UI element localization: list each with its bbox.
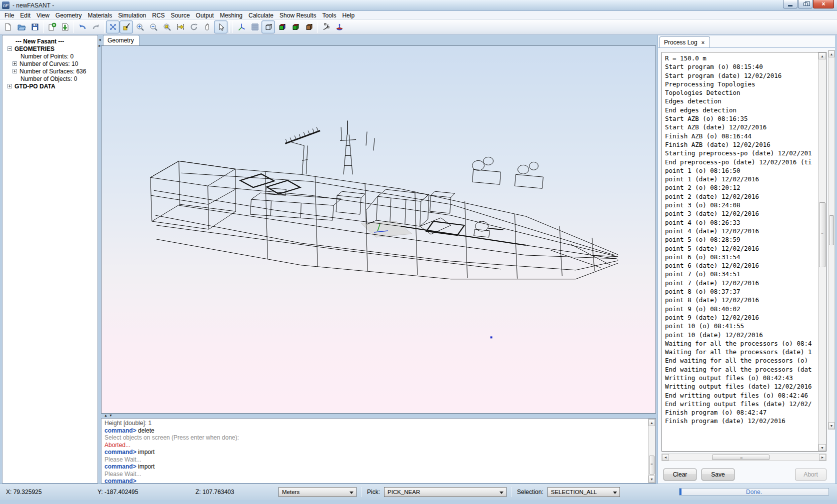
- scroll-down-icon[interactable]: ▼: [648, 476, 655, 483]
- move-axis-button[interactable]: [174, 20, 187, 33]
- textured-view-button[interactable]: [302, 20, 316, 33]
- menu-item-output[interactable]: Output: [193, 11, 217, 19]
- splitter-left-icon[interactable]: ◄: [98, 38, 102, 41]
- collapse-icon[interactable]: [8, 46, 12, 51]
- add-geometry-button[interactable]: [45, 20, 58, 33]
- scroll-up-icon[interactable]: ▲: [828, 50, 834, 57]
- scroll-right-icon[interactable]: ►: [819, 454, 826, 461]
- restore-button[interactable]: [798, 0, 812, 8]
- wireframe-view-button[interactable]: [262, 20, 275, 33]
- menu-item-rcs[interactable]: RCS: [149, 11, 168, 19]
- expand-icon[interactable]: [8, 84, 12, 88]
- zoom-window-button[interactable]: [160, 20, 174, 33]
- redo-button[interactable]: [89, 20, 102, 33]
- save-button[interactable]: [28, 20, 42, 33]
- close-tab-icon[interactable]: ×: [702, 39, 704, 45]
- close-button[interactable]: ×: [813, 0, 834, 8]
- tree-node-objects[interactable]: Number of Objects: 0: [4, 75, 96, 82]
- command-console[interactable]: Height [double]: 1command> deleteSelect …: [101, 418, 656, 484]
- toolbar-separator: [43, 21, 44, 33]
- log-scrollbar-horizontal[interactable]: ◄ ≡ ►: [662, 454, 826, 461]
- clear-log-button[interactable]: Clear: [664, 469, 696, 481]
- fit-view-button[interactable]: [106, 20, 120, 33]
- tree-node-points[interactable]: Number of Points: 0: [4, 52, 96, 60]
- menu-item-source[interactable]: Source: [168, 11, 193, 19]
- menu-item-edit[interactable]: Edit: [17, 11, 34, 19]
- surface-normal-tool-button[interactable]: [332, 20, 346, 33]
- tree-root[interactable]: --- New Fasant ---: [4, 37, 96, 45]
- log-line: Start program (o) 08:15:40: [665, 63, 818, 71]
- console-scrollbar[interactable]: ▲ ≡ ▼: [648, 419, 656, 483]
- select-cursor-button[interactable]: [214, 20, 228, 33]
- tab-process-log[interactable]: Process Log ×: [660, 36, 710, 47]
- import-file-button[interactable]: [58, 20, 72, 33]
- zoom-in-button[interactable]: [133, 20, 146, 33]
- menu-item-view[interactable]: View: [34, 11, 52, 19]
- scroll-down-icon[interactable]: ▼: [818, 444, 826, 451]
- pan-view-icon: [203, 22, 212, 31]
- expand-icon[interactable]: [12, 69, 17, 73]
- panel-scrollbar[interactable]: ▲ ▼: [828, 50, 835, 430]
- scroll-up-icon[interactable]: ▲: [648, 419, 655, 426]
- selection-label: Selection:: [517, 489, 544, 496]
- grid-view-button[interactable]: [248, 20, 262, 33]
- tree-node-geometries[interactable]: GEOMETRIES: [4, 45, 96, 52]
- minimize-button[interactable]: [783, 0, 798, 8]
- menu-item-materials[interactable]: Materials: [85, 11, 116, 19]
- scroll-up-icon[interactable]: ▲: [818, 52, 826, 59]
- units-dropdown[interactable]: Meters: [278, 487, 356, 497]
- undo-button[interactable]: [76, 20, 89, 33]
- expand-icon[interactable]: [12, 61, 17, 66]
- coord-y: Y: -187.402495: [98, 489, 196, 496]
- log-line: Writting output files (date) 12/02/2016: [665, 383, 818, 391]
- flat-view-button[interactable]: [288, 20, 302, 33]
- toolbar-separator: [104, 21, 104, 33]
- log-line: point 9 (date) 12/02/2016: [665, 314, 818, 322]
- new-document-icon: [4, 22, 12, 31]
- scroll-down-icon[interactable]: ▼: [828, 422, 834, 429]
- geometry-viewport[interactable]: [101, 45, 656, 414]
- tree-node-surfaces[interactable]: Number of Surfaces: 636: [4, 67, 96, 75]
- close-icon: ×: [822, 0, 825, 7]
- menu-item-meshing[interactable]: Meshing: [217, 11, 246, 19]
- menu-item-show-results[interactable]: Show Results: [276, 11, 319, 19]
- edit-selection-button[interactable]: [120, 20, 133, 33]
- scroll-left-icon[interactable]: ◄: [662, 454, 669, 461]
- horizontal-splitter[interactable]: ▲ ▼: [101, 414, 656, 418]
- curve-tool-button[interactable]: [319, 20, 332, 33]
- axes-view-button[interactable]: [234, 20, 248, 33]
- open-folder-button[interactable]: [14, 20, 28, 33]
- rotate-view-button[interactable]: [187, 20, 200, 33]
- selection-dropdown[interactable]: SELECTION_ALL: [548, 487, 620, 497]
- menu-item-tools[interactable]: Tools: [319, 11, 339, 19]
- toolbar-separator: [229, 21, 230, 33]
- app-icon: nF: [2, 1, 10, 9]
- log-line: Finish program (o) 08:42:47: [665, 409, 818, 417]
- splitter-down-icon[interactable]: ▼: [109, 414, 112, 418]
- splitter-up-icon[interactable]: ▲: [104, 414, 108, 418]
- process-log-box[interactable]: R = 150.0 mStart program (o) 08:15:40Sta…: [662, 52, 826, 452]
- panel-scrollbar-thumb[interactable]: [829, 215, 834, 245]
- new-document-button[interactable]: [1, 20, 14, 33]
- console-scrollbar-thumb[interactable]: ≡: [649, 456, 654, 475]
- toolbar-separator: [232, 21, 233, 33]
- menu-bar: FileEditViewGeometryMaterialsSimulationR…: [0, 11, 837, 20]
- menu-item-geometry[interactable]: Geometry: [52, 11, 85, 19]
- solid-view-button[interactable]: [275, 20, 288, 33]
- menu-item-simulation[interactable]: Simulation: [115, 11, 149, 19]
- toolbar-separator: [74, 21, 74, 33]
- menu-item-file[interactable]: File: [2, 11, 17, 19]
- tree-node-curves[interactable]: Number of Curves: 10: [4, 60, 96, 67]
- log-scrollbar-thumb[interactable]: ≡: [819, 202, 826, 267]
- menu-item-calculate[interactable]: Calculate: [246, 11, 276, 19]
- tab-geometry[interactable]: Geometry: [103, 35, 140, 46]
- menu-item-help[interactable]: Help: [339, 11, 358, 19]
- save-log-button[interactable]: Save: [702, 469, 734, 481]
- abort-button: Abort: [795, 469, 826, 481]
- pan-view-button[interactable]: [200, 20, 214, 33]
- log-hscrollbar-thumb[interactable]: ≡: [712, 455, 770, 460]
- tree-node-gtd-po-data[interactable]: GTD-PO DATA: [4, 82, 96, 90]
- log-scrollbar-vertical[interactable]: ▲ ≡ ▼: [818, 52, 826, 451]
- zoom-out-button[interactable]: [146, 20, 160, 33]
- pick-dropdown[interactable]: PICK_NEAR: [384, 487, 506, 497]
